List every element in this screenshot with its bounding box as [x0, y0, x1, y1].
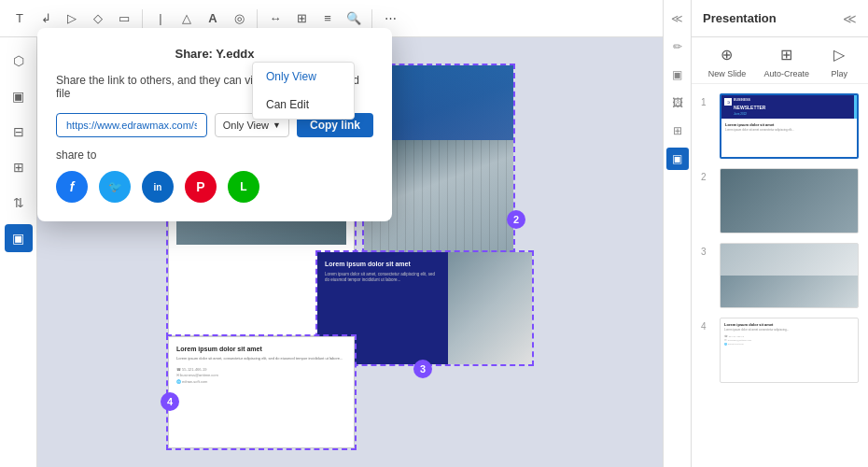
- auto-create-icon: ⊞: [775, 42, 799, 66]
- grid-icon[interactable]: ⊞: [291, 8, 312, 29]
- slide-item-1[interactable]: 1 ⊃ BUSINESS NEWSLETTER June,2022 Lorem …: [701, 93, 859, 159]
- linkedin-share-button[interactable]: in: [142, 171, 174, 203]
- thumb1-text: Lorem ipsum dolor sit amet consectetur a…: [725, 129, 853, 133]
- play-tool[interactable]: ▷ Play: [827, 42, 851, 78]
- panel-expand-icon[interactable]: ≪: [843, 11, 857, 26]
- left-sidebar: ⬡ ▣ ⊟ ⊞ ⇅ ▣: [0, 37, 37, 467]
- right-panel-title: Presentation: [703, 11, 777, 25]
- page-badge-3: 3: [413, 360, 432, 378]
- new-slide-label: New Slide: [708, 69, 747, 78]
- play-icon: ▷: [827, 42, 851, 66]
- slide-number-3: 3: [701, 247, 712, 308]
- thumb1-business: BUSINESS: [734, 98, 750, 102]
- more-icon[interactable]: ⋯: [380, 8, 400, 29]
- facebook-share-button[interactable]: f: [56, 171, 88, 203]
- circle-icon[interactable]: ◎: [229, 8, 249, 29]
- rs-present-icon[interactable]: ▣: [666, 148, 689, 170]
- toolbar-separator: [142, 9, 143, 28]
- diamond-icon[interactable]: ◇: [88, 8, 108, 29]
- page-badge-4: 4: [161, 392, 179, 411]
- twitter-icon: 🐦: [108, 180, 122, 193]
- main-canvas: T ↲ ▷ ◇ ▭ | △ A ◎ ↔ ⊞ ≡ 🔍 ⋯ ⬡ ▣ ⊟ ⊞ ⇅ ▣ …: [0, 0, 691, 467]
- text-a-icon[interactable]: A: [203, 8, 223, 29]
- share-to-label: share to: [56, 149, 373, 162]
- table-icon[interactable]: ≡: [317, 8, 338, 29]
- thumb1-accent: [854, 95, 857, 119]
- sidebar-grid-icon[interactable]: ▣: [5, 82, 33, 110]
- play-label: Play: [832, 69, 848, 78]
- triangle-icon[interactable]: ▷: [62, 8, 82, 29]
- thumb4-footer: ☎ 55-121-466-19✉ business@arttime.com🌐 e…: [724, 335, 854, 346]
- view-dropdown-menu: Only View Can Edit: [252, 62, 355, 120]
- page3-paragraph: Lorem ipsum dolor sit amet, consectetur …: [325, 272, 441, 284]
- line-share-button[interactable]: L: [228, 171, 259, 203]
- twitter-share-button[interactable]: 🐦: [99, 171, 131, 203]
- thumb3-people: [721, 276, 858, 307]
- thumb1-logo: ⊃: [724, 98, 732, 106]
- facebook-icon: f: [70, 179, 75, 194]
- zoom-icon[interactable]: 🔍: [343, 8, 364, 29]
- share-modal-title: Share: Y.eddx: [56, 47, 373, 61]
- slide-thumb-1[interactable]: ⊃ BUSINESS NEWSLETTER June,2022 Lorem ip…: [720, 93, 859, 159]
- right-panel: Presentation ≪ ⊕ New Slide ⊞ Auto-Create…: [691, 0, 868, 467]
- sidebar-exchange-icon[interactable]: ⇅: [5, 189, 33, 217]
- arrow-tool-icon[interactable]: ↲: [35, 8, 56, 29]
- right-panel-header: Presentation ≪: [692, 0, 868, 37]
- page3-heading: Lorem ipsum dolor sit amet: [325, 260, 441, 268]
- rs-grid-icon[interactable]: ▣: [666, 64, 689, 86]
- rs-expand2-icon[interactable]: ⊞: [666, 120, 689, 142]
- thumb1-date: June,2022: [734, 112, 747, 116]
- toolbar-separator2: [257, 9, 258, 28]
- new-slide-icon: ⊕: [715, 42, 739, 66]
- page3-image: [448, 252, 532, 364]
- slide-thumb-4[interactable]: Lorem ipsum dolor sit amet Lorem ipsum d…: [720, 318, 859, 383]
- rs-image-icon[interactable]: 🖼: [666, 92, 689, 114]
- slides-list: 1 ⊃ BUSINESS NEWSLETTER June,2022 Lorem …: [692, 84, 868, 467]
- thumb1-header: ⊃ BUSINESS NEWSLETTER June,2022: [721, 95, 857, 119]
- social-icons-row: f 🐦 in P L: [56, 171, 373, 203]
- sidebar-image-icon[interactable]: ⊟: [5, 118, 33, 146]
- rs-expand-icon[interactable]: ≪: [666, 7, 689, 30]
- thumb1-newsletter: NEWSLETTER: [734, 105, 765, 110]
- new-slide-tool[interactable]: ⊕ New Slide: [708, 42, 747, 78]
- dropdown-only-view[interactable]: Only View: [253, 63, 354, 91]
- slide-thumb-3[interactable]: [720, 243, 859, 308]
- line-icon[interactable]: |: [150, 8, 171, 29]
- view-option-label: Only View: [223, 120, 269, 131]
- thumb4-heading: Lorem ipsum dolor sit amet: [724, 322, 854, 327]
- slide-item-2[interactable]: 2: [701, 168, 859, 234]
- line-icon: L: [240, 180, 246, 193]
- slide-thumb-2[interactable]: [720, 168, 859, 234]
- page-badge-2: 2: [507, 210, 525, 229]
- right-panel-toolbar: ⊕ New Slide ⊞ Auto-Create ▷ Play: [692, 37, 868, 84]
- slide-item-4[interactable]: 4 Lorem ipsum dolor sit amet Lorem ipsum…: [701, 318, 859, 383]
- thumb4-text: Lorem ipsum dolor sit amet consectetur a…: [724, 329, 854, 333]
- sidebar-present-icon[interactable]: ▣: [5, 224, 33, 252]
- share-modal: Share: Y.eddx Share the link to others, …: [37, 28, 392, 221]
- dropdown-chevron-icon: ▼: [273, 120, 281, 130]
- resize-icon[interactable]: ↔: [265, 8, 286, 29]
- pinterest-icon: P: [196, 179, 204, 194]
- page4-heading: Lorem ipsum dolor sit amet: [176, 345, 346, 353]
- right-sidebar-icons: ≪ ✏ ▣ 🖼 ⊞ ▣: [663, 0, 691, 467]
- rs-pen-icon[interactable]: ✏: [666, 35, 689, 58]
- page4-footer: ☎ 55-121-466-19 ✉ business@arttime.com 🌐…: [176, 367, 346, 385]
- dropdown-can-edit[interactable]: Can Edit: [253, 91, 354, 119]
- page4-paragraph: Lorem ipsum dolor sit amet, consectetur …: [176, 356, 346, 361]
- shape-icon[interactable]: △: [176, 8, 197, 29]
- thumb1-body: Lorem ipsum dolor sit amet Lorem ipsum d…: [721, 119, 857, 136]
- auto-create-tool[interactable]: ⊞ Auto-Create: [764, 42, 810, 78]
- linkedin-icon: in: [154, 182, 162, 192]
- sidebar-shape-icon[interactable]: ⬡: [5, 47, 33, 75]
- pinterest-share-button[interactable]: P: [185, 171, 217, 203]
- sidebar-table-icon[interactable]: ⊞: [5, 153, 33, 181]
- rect-icon[interactable]: ▭: [114, 8, 134, 29]
- thumb1-heading: Lorem ipsum dolor sit amet: [725, 122, 853, 127]
- toolbar-separator3: [371, 9, 372, 28]
- text-tool-icon[interactable]: T: [9, 8, 30, 29]
- slide-page-4[interactable]: Lorem ipsum dolor sit amet Lorem ipsum d…: [168, 336, 355, 448]
- slide-item-3[interactable]: 3: [701, 243, 859, 308]
- auto-create-label: Auto-Create: [764, 69, 810, 78]
- slide-number-2: 2: [701, 172, 712, 234]
- share-link-input[interactable]: [56, 113, 207, 137]
